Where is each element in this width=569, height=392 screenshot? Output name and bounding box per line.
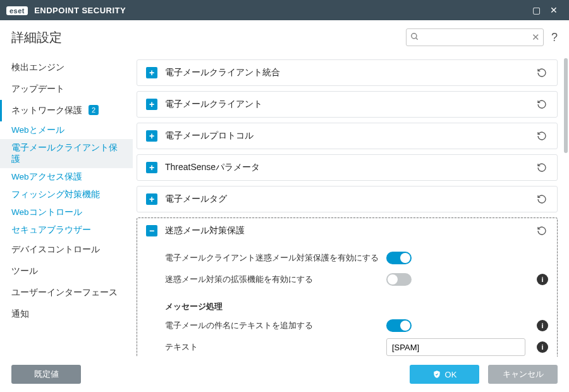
toggle-enable-client-antispam[interactable] [386,252,412,264]
sidebar-item-network-protection[interactable]: ネットワーク保護 2 [0,100,133,121]
collapse-icon: − [146,225,157,236]
titlebar: eset ENDPOINT SECURITY ▢ ✕ [0,0,569,20]
sidebar-badge: 2 [89,105,99,115]
sidebar-item-detection-engine[interactable]: 検出エンジン [0,57,133,78]
page-title: 詳細設定 [11,29,62,46]
info-icon[interactable]: i [537,341,548,353]
toggle-enable-antispam-advanced[interactable] [386,273,412,286]
section-head[interactable]: + 電子メールタグ [137,187,557,212]
info-icon[interactable]: i [537,320,548,331]
header: 詳細設定 ✕ ? [0,20,569,54]
sidebar-sub-email-client-protection[interactable]: 電子メールクライアント保護 [0,139,133,168]
revert-icon[interactable] [535,224,548,237]
revert-icon[interactable] [535,66,548,79]
sidebar-sub-web-and-email[interactable]: Webとメール [0,121,133,139]
section-email-client-integration: + 電子メールクライアント統合 [137,59,558,86]
row-label: 迷惑メール対策の拡張機能を有効にする [165,274,386,285]
info-icon[interactable]: i [537,274,548,285]
section-head[interactable]: + 電子メールプロトコル [137,123,557,149]
sidebar-item-update[interactable]: アップデート [0,78,133,100]
row-label: 電子メールの件名にテキストを追加する [165,321,386,331]
svg-point-0 [412,34,417,39]
revert-icon[interactable] [535,193,548,205]
section-email-protocols: + 電子メールプロトコル [137,123,558,149]
section-head[interactable]: + 電子メールクライアント統合 [137,60,557,85]
scrollbar-thumb[interactable] [564,58,568,153]
row-enable-client-antispam: 電子メールクライアント迷惑メール対策保護を有効にする [165,247,548,269]
row-label: テキスト [165,342,386,353]
row-subheading: メッセージ処理 [165,302,223,312]
expand-icon: + [146,130,157,142]
section-title: 電子メールプロトコル [165,130,254,142]
search-box: ✕ [406,28,544,46]
subheading-message-processing: メッセージ処理 [165,290,548,315]
sidebar-item-device-control[interactable]: デバイスコントロール [0,239,133,260]
window-maximize-icon[interactable]: ▢ [527,5,545,15]
expand-icon: + [146,193,157,205]
section-antispam-protection: − 迷惑メール対策保護 電子メールクライアント迷惑メール対策保護を有効にする 迷… [137,217,558,357]
section-head[interactable]: + ThreatSenseパラメータ [137,155,557,180]
section-title: ThreatSenseパラメータ [165,162,260,173]
ok-button[interactable]: OK [410,365,479,384]
section-title: 電子メールタグ [165,193,227,205]
row-label: 電子メールクライアント迷惑メール対策保護を有効にする [165,253,386,264]
sidebar-item-user-interface[interactable]: ユーザーインターフェース [0,282,133,303]
section-email-clients: + 電子メールクライアント [137,91,558,118]
section-email-tags: + 電子メールタグ [137,186,558,212]
section-threatsense-params: + ThreatSenseパラメータ [137,154,558,181]
window-close-icon[interactable]: ✕ [545,5,563,15]
expand-icon: + [146,162,157,173]
revert-icon[interactable] [535,161,548,174]
section-title: 迷惑メール対策保護 [165,225,245,236]
revert-icon[interactable] [535,130,548,142]
revert-icon[interactable] [535,98,548,111]
product-name: ENDPOINT SECURITY [34,6,126,15]
row-enable-antispam-advanced: 迷惑メール対策の拡張機能を有効にする i [165,269,548,290]
toggle-add-text-to-subject[interactable] [386,319,412,332]
sidebar-item-label: ネットワーク保護 [11,105,82,115]
ok-label: OK [445,370,457,379]
section-title: 電子メールクライアント統合 [165,67,280,78]
section-title: 電子メールクライアント [165,99,262,110]
search-icon [410,32,419,41]
sidebar-sub-antiphishing[interactable]: フィッシング対策機能 [0,186,133,204]
cancel-button[interactable]: キャンセル [488,365,558,384]
product-brand: eset ENDPOINT SECURITY [6,6,126,15]
section-head[interactable]: + 電子メールクライアント [137,92,557,117]
expand-icon: + [146,99,157,110]
row-add-text-to-subject: 電子メールの件名にテキストを追加する i [165,315,548,336]
defaults-button[interactable]: 既定値 [11,365,81,384]
sidebar-item-notifications[interactable]: 通知 [0,303,133,325]
sidebar-sub-web-control[interactable]: Webコントロール [0,204,133,221]
search-clear-icon[interactable]: ✕ [532,32,540,43]
section-body: 電子メールクライアント迷惑メール対策保護を有効にする 迷惑メール対策の拡張機能を… [137,243,557,357]
help-icon[interactable]: ? [551,31,558,44]
svg-line-1 [416,38,418,40]
shield-check-icon [432,370,441,379]
sidebar: 検出エンジン アップデート ネットワーク保護 2 Webとメール 電子メールクラ… [0,54,133,357]
sidebar-sub-secure-browser[interactable]: セキュアブラウザー [0,221,133,239]
expand-icon: + [146,67,157,78]
search-input[interactable] [406,28,544,46]
row-subject-text: テキスト i [165,336,548,357]
footer: 既定値 OK キャンセル [0,357,569,392]
section-head[interactable]: − 迷惑メール対策保護 [137,218,557,243]
brand-badge: eset [6,6,28,15]
sidebar-item-tools[interactable]: ツール [0,260,133,282]
subject-text-input[interactable] [386,338,525,356]
sidebar-sub-web-access-protection[interactable]: Webアクセス保護 [0,168,133,186]
main-panel: + 電子メールクライアント統合 + 電子メールクライアント [133,54,569,357]
